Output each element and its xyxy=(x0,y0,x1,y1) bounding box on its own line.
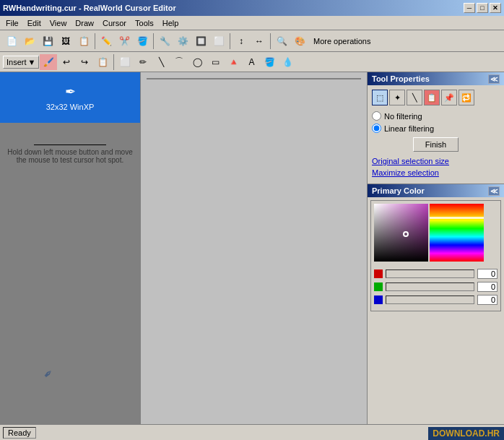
insert-dropdown-icon[interactable]: ▼ xyxy=(28,58,36,66)
sep1 xyxy=(95,33,95,49)
t2-btn13[interactable]: 🪣 xyxy=(261,54,278,70)
tb-btn14[interactable]: ↔️ xyxy=(251,33,268,49)
maximize-selection-link[interactable]: Maximize selection xyxy=(372,168,500,178)
blue-slider[interactable] xyxy=(386,296,474,304)
tb-btn6[interactable]: ✏️ xyxy=(97,33,115,49)
tb-btn10[interactable]: ⚙️ xyxy=(174,33,191,49)
cursor-small-icon: ✒ xyxy=(40,366,56,382)
point-tool-btn[interactable]: ✦ xyxy=(389,90,405,105)
sep4 xyxy=(270,33,271,49)
t2-btn5[interactable]: ⬜ xyxy=(116,54,134,70)
tb-btn5[interactable]: 📋 xyxy=(75,33,92,49)
tool-props-title: Tool Properties xyxy=(372,74,430,83)
close-button[interactable]: ✕ xyxy=(490,3,501,13)
tool-icons-row: ⬚ ✦ ╲ 📋 📌 🔁 xyxy=(372,90,500,105)
green-value[interactable]: 0 xyxy=(477,282,498,292)
tool-properties-panel: ⬚ ✦ ╲ 📋 📌 🔁 No filtering Linear filterin… xyxy=(368,85,504,184)
t2-btn2[interactable]: ↩ xyxy=(58,54,75,70)
blue-swatch xyxy=(374,296,383,304)
hue-indicator xyxy=(430,217,484,219)
flip-btn[interactable]: 🔁 xyxy=(459,90,474,105)
maximize-button[interactable]: □ xyxy=(477,3,488,13)
t2-btn3[interactable]: ↪ xyxy=(76,54,93,70)
tb-btn15[interactable]: 🔍 xyxy=(273,33,290,49)
menu-view[interactable]: View xyxy=(45,17,71,29)
t2-btn1[interactable]: 🖌️ xyxy=(40,54,57,70)
open-button[interactable]: 📂 xyxy=(21,33,38,49)
finish-button[interactable]: Finish xyxy=(413,137,459,152)
toolbar1: 📄 📂 💾 🖼 📋 ✏️ ✂️ 🪣 🔧 ⚙️ 🔲 ⬜ ↕️ ↔️ 🔍 🎨 Mor… xyxy=(0,30,504,52)
tb-btn9[interactable]: 🔧 xyxy=(156,33,173,49)
red-value[interactable]: 0 xyxy=(477,269,498,279)
tb-btn13[interactable]: ↕️ xyxy=(233,33,250,49)
menu-file[interactable]: File xyxy=(1,17,23,29)
t2-btn9[interactable]: ◯ xyxy=(188,54,206,70)
title-bar: RWHandwriting.cur - RealWorld Cursor Edi… xyxy=(0,0,504,16)
no-filtering-label: No filtering xyxy=(384,112,422,121)
primary-color-collapse[interactable]: ≪ xyxy=(488,186,500,196)
color-panel: 0 0 0 xyxy=(368,197,504,424)
menu-edit[interactable]: Edit xyxy=(23,17,45,29)
t2-btn6[interactable]: ✏ xyxy=(134,54,152,70)
tool-props-header: Tool Properties ≪ xyxy=(368,72,504,85)
minimize-button[interactable]: ─ xyxy=(464,3,475,13)
more-operations[interactable]: More operations xyxy=(309,35,375,47)
t2-btn7[interactable]: ╲ xyxy=(152,54,170,70)
line-tool-btn[interactable]: ╲ xyxy=(407,90,422,105)
green-slider[interactable] xyxy=(386,282,474,291)
drawing-canvas[interactable] xyxy=(147,78,361,79)
center-area xyxy=(141,72,367,424)
new-button[interactable]: 📄 xyxy=(3,33,20,49)
menu-draw[interactable]: Draw xyxy=(71,17,98,29)
tb-btn12[interactable]: ⬜ xyxy=(210,33,227,49)
tb-btn11[interactable]: 🔲 xyxy=(192,33,209,49)
tool-props-collapse[interactable]: ≪ xyxy=(488,74,500,84)
copy-btn[interactable]: 📋 xyxy=(424,90,440,105)
cursor-preview: ✒ 32x32 WinXP xyxy=(0,72,140,123)
t2-btn11[interactable]: 🔺 xyxy=(225,54,242,70)
t2-btn12[interactable]: A xyxy=(243,54,260,70)
color-hue-strip[interactable] xyxy=(430,204,484,262)
cursor-label: 32x32 WinXP xyxy=(46,103,95,111)
primary-color-title: Primary Color xyxy=(372,186,425,195)
t2-btn8[interactable]: ⌒ xyxy=(170,54,188,70)
blue-slider-row: 0 xyxy=(374,295,498,305)
save-button[interactable]: 💾 xyxy=(39,33,56,49)
linear-filtering-label: Linear filtering xyxy=(384,124,434,133)
test-line xyxy=(34,144,106,145)
test-canvas[interactable]: Hold down left mouse button and move the… xyxy=(0,123,140,424)
toolbar2: Insert ▼ 🖌️ ↩ ↪ 📋 ⬜ ✏ ╲ ⌒ ◯ ▭ 🔺 A 🪣 💧 xyxy=(0,52,504,72)
watermark: DOWNLOAD.HR xyxy=(428,427,504,440)
t2-btn14[interactable]: 💧 xyxy=(279,54,296,70)
menu-help[interactable]: Help xyxy=(158,17,183,29)
original-selection-size-link[interactable]: Original selection size xyxy=(372,156,500,166)
blue-value[interactable]: 0 xyxy=(477,295,498,305)
red-slider[interactable] xyxy=(386,269,474,278)
red-swatch xyxy=(374,269,383,278)
paste-btn[interactable]: 📌 xyxy=(441,90,457,105)
insert-button[interactable]: Insert ▼ xyxy=(3,56,39,69)
tb-btn8[interactable]: 🪣 xyxy=(134,33,151,49)
left-panel: ✒ 32x32 WinXP Hold down left mouse butto… xyxy=(0,72,141,424)
linear-filtering-radio[interactable] xyxy=(372,124,381,133)
status-ready: Ready xyxy=(3,427,36,439)
tb-btn4[interactable]: 🖼 xyxy=(57,33,74,49)
no-filtering-radio[interactable] xyxy=(372,111,381,121)
sep2 xyxy=(153,33,154,49)
tb-btn7[interactable]: ✂️ xyxy=(116,33,133,49)
color-sv-indicator xyxy=(403,231,409,237)
color-sv-picker[interactable] xyxy=(374,204,428,262)
grid-overlay xyxy=(147,79,360,79)
test-instruction2: the mouse to test cursor hot spot. xyxy=(7,156,133,164)
linear-filtering-row: Linear filtering xyxy=(372,124,500,133)
cursor-icon: ✒ xyxy=(65,84,76,100)
menu-tools[interactable]: Tools xyxy=(131,17,158,29)
menu-cursor[interactable]: Cursor xyxy=(98,17,131,29)
window-controls: ─ □ ✕ xyxy=(464,3,501,13)
app-title: RWHandwriting.cur - RealWorld Cursor Edi… xyxy=(3,4,176,12)
tb-btn16[interactable]: 🎨 xyxy=(291,33,308,49)
t2-btn4[interactable]: 📋 xyxy=(94,54,111,70)
t2-btn10[interactable]: ▭ xyxy=(207,54,224,70)
select-tool-btn[interactable]: ⬚ xyxy=(372,90,388,105)
sep3 xyxy=(230,33,230,49)
